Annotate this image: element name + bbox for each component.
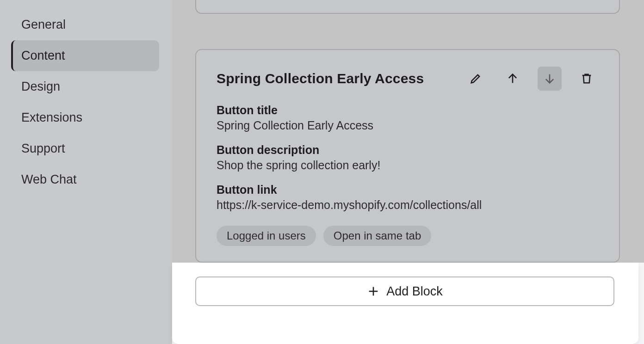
sidebar-item-support[interactable]: Support (11, 133, 159, 164)
dimmed-scroll-area: Spring Collection Early Access (172, 0, 644, 263)
app-root: General Content Design Extensions Suppor… (0, 0, 644, 344)
sidebar: General Content Design Extensions Suppor… (0, 0, 172, 344)
card-actions (464, 67, 599, 91)
add-block-button[interactable]: Add Block (195, 276, 614, 306)
sidebar-item-extensions[interactable]: Extensions (11, 102, 159, 133)
field-button-link: Button link https://k-service-demo.mysho… (217, 183, 599, 212)
block-card: Spring Collection Early Access (195, 49, 620, 263)
field-value: https://k-service-demo.myshopify.com/col… (217, 198, 599, 212)
tag-row: Logged in users Open in same tab (217, 226, 599, 246)
main-panel: Spring Collection Early Access (172, 0, 644, 344)
move-up-button[interactable] (501, 67, 525, 91)
field-label: Button link (217, 183, 599, 197)
field-value: Shop the spring collection early! (217, 159, 599, 172)
field-button-description: Button description Shop the spring colle… (217, 143, 599, 172)
field-value: Spring Collection Early Access (217, 119, 599, 132)
sidebar-item-web-chat[interactable]: Web Chat (11, 164, 159, 195)
arrow-down-icon (543, 72, 556, 85)
sidebar-item-content[interactable]: Content (11, 40, 159, 71)
trash-icon (580, 72, 593, 85)
add-block-label: Add Block (386, 284, 443, 299)
pencil-icon (469, 72, 482, 85)
sidebar-nav: General Content Design Extensions Suppor… (0, 9, 172, 195)
edit-button[interactable] (464, 67, 488, 91)
field-label: Button description (217, 143, 599, 157)
field-label: Button title (217, 104, 599, 117)
previous-card-bottom-edge (195, 0, 620, 14)
tag-open-in-same-tab[interactable]: Open in same tab (323, 226, 431, 246)
sidebar-item-general[interactable]: General (11, 9, 159, 40)
sidebar-item-design[interactable]: Design (11, 71, 159, 102)
tag-logged-in-users[interactable]: Logged in users (217, 226, 316, 246)
field-button-title: Button title Spring Collection Early Acc… (217, 104, 599, 132)
plus-icon (367, 285, 380, 298)
move-down-button[interactable] (538, 67, 562, 91)
card-header: Spring Collection Early Access (217, 67, 599, 91)
card-title: Spring Collection Early Access (217, 71, 424, 86)
delete-button[interactable] (575, 67, 599, 91)
bottom-action-panel: Add Block (172, 263, 638, 344)
arrow-up-icon (506, 72, 519, 85)
